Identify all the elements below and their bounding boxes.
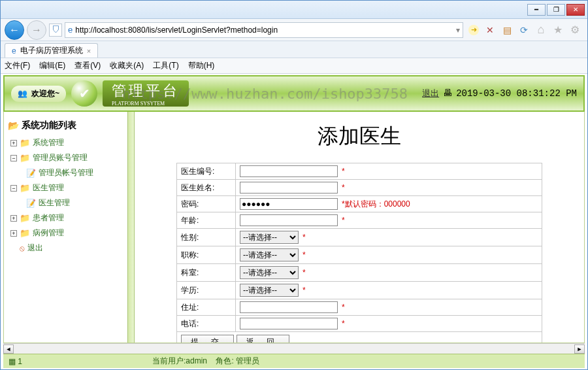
sidebar-item-label: 病例管理 xyxy=(33,227,64,239)
browser-tab[interactable]: e 电子病历管理系统 × xyxy=(5,43,98,58)
sidebar-item-case[interactable]: +📁病例管理 xyxy=(8,226,123,241)
window-maximize-button[interactable]: ❐ xyxy=(547,4,565,16)
label-gender: 性别: xyxy=(177,229,236,246)
logout-link[interactable]: 退出 xyxy=(422,88,439,99)
menu-file[interactable]: 文件(F) xyxy=(5,60,30,71)
banner-title: 管理平台 xyxy=(112,82,180,99)
address-input[interactable] xyxy=(240,301,338,313)
tree-toggle-icon[interactable]: − xyxy=(10,185,17,192)
window-close-button[interactable]: ✕ xyxy=(566,4,585,16)
sidebar-item-label: 医生管理 xyxy=(33,182,64,193)
menu-view[interactable]: 查看(V) xyxy=(74,60,101,71)
tree-toggle-icon[interactable]: + xyxy=(10,215,17,222)
menu-tools[interactable]: 工具(T) xyxy=(153,60,178,71)
label-title: 职称: xyxy=(177,246,236,264)
scroll-right-arrow[interactable]: ► xyxy=(574,345,585,354)
welcome-badge: 👥 欢迎您~ xyxy=(11,86,66,102)
sidebar-item-doctor[interactable]: −📁医生管理 xyxy=(8,180,123,195)
status-user: admin xyxy=(186,356,207,365)
doctor-name-input[interactable] xyxy=(240,182,338,193)
submit-button[interactable]: 提 交 xyxy=(181,335,234,343)
label-phone: 电话: xyxy=(177,316,236,332)
window-minimize-button[interactable]: ━ xyxy=(527,4,546,16)
browser-menubar: 文件(F) 编辑(E) 查看(V) 收藏夹(A) 工具(T) 帮助(H) xyxy=(1,58,587,74)
file-icon: 📝 xyxy=(26,169,36,178)
status-role-label: 角色: xyxy=(216,356,233,365)
required-mark: * xyxy=(302,286,306,295)
nav-forward-button[interactable]: → xyxy=(27,20,46,40)
label-age: 年龄: xyxy=(177,212,236,229)
tree-toggle-icon[interactable]: + xyxy=(10,230,17,237)
tree-toggle-icon[interactable]: − xyxy=(10,155,17,161)
splitter-handle[interactable] xyxy=(128,112,135,343)
required-mark: * xyxy=(342,303,345,312)
url-input[interactable] xyxy=(75,25,453,35)
sidebar-item-label: 管理员帐号管理 xyxy=(39,167,93,178)
back-button[interactable]: 返 回 xyxy=(237,335,289,343)
required-mark: * xyxy=(302,233,306,242)
refresh-icon[interactable]: ⟳ xyxy=(518,24,530,36)
sidebar-tree: +📁系统管理 −📁管理员账号管理 📝管理员帐号管理 −📁医生管理 📝医生管理 +… xyxy=(8,135,123,256)
app-header: 👥 欢迎您~ ✔ 管理平台 PLATFORM SYSYTEM https://w… xyxy=(3,75,585,112)
page-title: 添加医生 xyxy=(148,122,571,151)
password-input[interactable] xyxy=(240,198,338,210)
sidebar-item-label: 管理员账号管理 xyxy=(33,152,88,163)
sidebar-subitem-admin-account-mgmt[interactable]: 📝管理员帐号管理 xyxy=(8,165,123,180)
sidebar-title: 📂 系统功能列表 xyxy=(8,120,123,131)
required-mark: * xyxy=(342,216,345,225)
menu-favorites[interactable]: 收藏夹(A) xyxy=(110,60,144,71)
sidebar-item-system[interactable]: +📁系统管理 xyxy=(8,135,123,150)
phone-input[interactable] xyxy=(240,318,338,329)
sidebar-item-admin-accounts[interactable]: −📁管理员账号管理 xyxy=(8,150,123,165)
nav-back-button[interactable]: ← xyxy=(5,20,24,40)
home-icon[interactable]: ⌂ xyxy=(535,24,547,36)
status-doc-icon: ▦ xyxy=(8,357,16,366)
horizontal-scrollbar[interactable]: ◄ ► xyxy=(3,343,585,354)
sidebar-item-label: 系统管理 xyxy=(33,137,64,148)
title-select[interactable]: --请选择-- xyxy=(240,248,299,261)
welcome-text: 欢迎您~ xyxy=(31,88,59,99)
stop-icon[interactable]: ✕ xyxy=(484,24,496,36)
tree-toggle-icon[interactable]: + xyxy=(10,140,17,146)
folder-icon: 📁 xyxy=(20,153,30,163)
dropdown-icon[interactable]: ▾ xyxy=(456,25,460,35)
sidebar: 📂 系统功能列表 +📁系统管理 −📁管理员账号管理 📝管理员帐号管理 −📁医生管… xyxy=(4,112,128,343)
exit-icon: ⦸ xyxy=(20,244,25,253)
folder-icon: 📁 xyxy=(20,138,30,148)
label-address: 住址: xyxy=(177,299,236,316)
gender-select[interactable]: --请选择-- xyxy=(240,231,299,244)
education-select[interactable]: --请选择-- xyxy=(240,284,299,297)
menu-edit[interactable]: 编辑(E) xyxy=(39,60,65,71)
sidebar-item-patient[interactable]: +📁患者管理 xyxy=(8,210,123,226)
sidebar-subitem-doctor-mgmt[interactable]: 📝医生管理 xyxy=(8,195,123,210)
ie-icon: e xyxy=(68,25,73,35)
browser-window: ━ ❐ ✕ ← → ⛉ e ▾ ➜ ✕ ▤ ⟳ ⌂ ★ ⚙ e 电子病历管理系统… xyxy=(0,0,588,370)
file-icon: 📝 xyxy=(26,199,36,208)
required-mark: * xyxy=(302,268,306,277)
rss-icon[interactable]: ▤ xyxy=(501,24,513,36)
doctor-id-input[interactable] xyxy=(240,165,338,177)
menu-help[interactable]: 帮助(H) xyxy=(188,60,215,71)
folder-open-icon: 📂 xyxy=(8,120,19,131)
sidebar-item-exit[interactable]: ⦸退出 xyxy=(8,241,123,256)
scroll-left-arrow[interactable]: ◄ xyxy=(3,345,14,354)
label-password: 密码: xyxy=(177,196,236,212)
label-doctor-name: 医生姓名: xyxy=(177,180,236,196)
window-titlebar: ━ ❐ ✕ xyxy=(1,1,587,19)
favorites-icon[interactable]: ★ xyxy=(552,24,564,36)
dept-select[interactable]: --请选择-- xyxy=(240,266,299,279)
security-shield-icon[interactable]: ⛉ xyxy=(49,24,62,37)
app-logo-icon: ✔ xyxy=(71,80,97,107)
printer-icon[interactable]: 🖶 xyxy=(443,88,452,99)
sidebar-item-label: 医生管理 xyxy=(39,197,70,209)
content-pane: 添加医生 医生编号: * 医生姓名: * 密码: *默认密码：000000 年龄… xyxy=(135,112,584,343)
required-mark: * xyxy=(342,319,345,328)
app-banner: 管理平台 PLATFORM SYSYTEM xyxy=(103,80,189,107)
tools-icon[interactable]: ⚙ xyxy=(569,24,581,36)
address-bar[interactable]: e ▾ xyxy=(65,22,463,38)
folder-icon: 📁 xyxy=(20,183,30,193)
age-input[interactable] xyxy=(240,214,338,226)
browser-navbar: ← → ⛉ e ▾ ➜ ✕ ▤ ⟳ ⌂ ★ ⚙ xyxy=(1,19,587,41)
compat-view-icon[interactable]: ➜ xyxy=(468,25,479,35)
tab-close-icon[interactable]: × xyxy=(87,47,91,55)
